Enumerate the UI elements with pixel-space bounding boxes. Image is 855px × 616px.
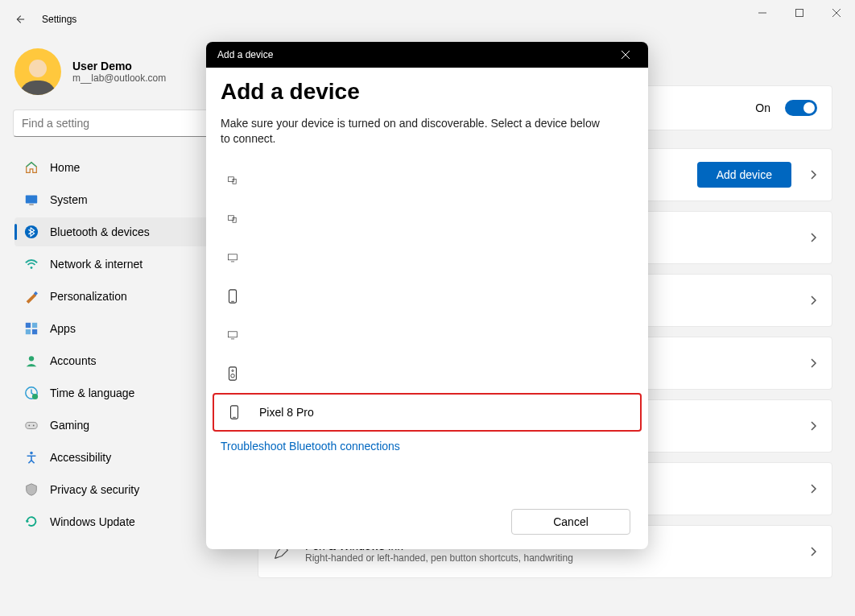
chevron-right-icon xyxy=(809,232,817,243)
sidebar-item-label: Network & internet xyxy=(50,258,142,271)
dialog-subtitle: Make sure your device is turned on and d… xyxy=(221,116,607,147)
sidebar-item-label: Accounts xyxy=(50,354,97,367)
svg-point-19 xyxy=(28,425,30,427)
chevron-right-icon xyxy=(809,546,817,557)
svg-rect-14 xyxy=(32,329,37,334)
apps-icon xyxy=(24,321,39,336)
phone-icon xyxy=(229,405,240,420)
minimize-button[interactable] xyxy=(744,0,781,26)
maximize-button[interactable] xyxy=(781,0,818,26)
chevron-right-icon xyxy=(809,483,817,494)
personalization-icon xyxy=(24,289,39,304)
chevron-right-icon xyxy=(809,295,817,306)
sidebar-item-label: Gaming xyxy=(50,419,89,432)
sidebar-item-label: Apps xyxy=(50,322,76,335)
row-subtitle: Right-handed or left-handed, pen button … xyxy=(305,552,573,564)
device-label: Pixel 8 Pro xyxy=(259,406,314,419)
svg-rect-32 xyxy=(228,332,237,337)
chevron-right-icon xyxy=(809,169,817,180)
devices-icon xyxy=(227,212,238,226)
add-device-dialog: Add a device Add a device Make sure your… xyxy=(206,42,648,549)
device-item-4[interactable] xyxy=(221,316,634,354)
profile-email: m__lab@outlook.com xyxy=(72,72,166,84)
device-item-2[interactable] xyxy=(221,238,634,277)
svg-point-17 xyxy=(32,394,38,399)
privacy-icon xyxy=(24,482,39,497)
svg-point-15 xyxy=(29,356,34,361)
search-box[interactable] xyxy=(13,110,238,137)
sidebar-item-label: Bluetooth & devices xyxy=(50,225,150,238)
chevron-right-icon xyxy=(809,420,817,432)
device-list: Pixel 8 Pro xyxy=(221,161,634,432)
minimize-icon xyxy=(758,9,766,17)
chevron-right-icon xyxy=(809,358,817,369)
avatar xyxy=(14,48,61,95)
sidebar-item-label: Time & language xyxy=(50,387,134,399)
accounts-icon xyxy=(24,353,39,368)
sidebar-item-label: Accessibility xyxy=(50,451,111,464)
svg-rect-6 xyxy=(26,196,37,204)
gaming-icon xyxy=(24,418,39,432)
speaker-icon xyxy=(227,366,238,381)
svg-rect-7 xyxy=(29,204,33,205)
svg-rect-30 xyxy=(229,290,237,303)
svg-point-20 xyxy=(33,425,35,427)
network-icon xyxy=(24,257,39,271)
bluetooth-toggle[interactable] xyxy=(785,100,817,116)
dialog-titlebar: Add a device xyxy=(206,42,648,68)
sidebar-item-label: Windows Update xyxy=(50,515,135,528)
close-button[interactable] xyxy=(818,0,855,26)
accessibility-icon xyxy=(24,450,39,465)
svg-point-36 xyxy=(231,374,235,378)
system-icon xyxy=(24,192,39,207)
maximize-icon xyxy=(795,9,803,17)
sidebar-item-label: Home xyxy=(50,161,80,174)
device-item-5[interactable] xyxy=(221,354,634,393)
titlebar: Settings xyxy=(0,0,855,39)
home-icon xyxy=(24,160,39,175)
svg-rect-1 xyxy=(796,10,803,17)
toggle-label: On xyxy=(755,101,770,114)
svg-point-21 xyxy=(30,452,33,455)
sidebar-item-label: System xyxy=(50,193,88,206)
profile-name: User Demo xyxy=(72,60,166,72)
svg-rect-11 xyxy=(26,323,31,328)
back-button[interactable] xyxy=(6,6,32,32)
svg-rect-28 xyxy=(228,254,237,260)
close-icon xyxy=(621,50,630,60)
device-item-0[interactable] xyxy=(221,161,634,200)
svg-rect-12 xyxy=(32,323,37,328)
svg-point-35 xyxy=(232,370,233,371)
window-controls xyxy=(744,0,855,26)
update-icon xyxy=(24,515,39,529)
bluetooth-icon xyxy=(24,225,39,239)
sidebar-item-label: Privacy & security xyxy=(50,483,139,496)
svg-point-9 xyxy=(31,267,33,269)
arrow-left-icon xyxy=(14,14,25,25)
dialog-heading: Add a device xyxy=(221,79,634,105)
device-item-3[interactable] xyxy=(221,277,634,316)
svg-rect-37 xyxy=(231,406,238,419)
dialog-titlebar-text: Add a device xyxy=(217,49,273,60)
device-item-6[interactable]: Pixel 8 Pro xyxy=(213,393,642,432)
search-input[interactable] xyxy=(22,117,218,130)
svg-rect-13 xyxy=(26,329,31,334)
dialog-close-button[interactable] xyxy=(621,50,640,60)
troubleshoot-link[interactable]: Troubleshoot Bluetooth connections xyxy=(221,440,634,453)
time-icon xyxy=(24,386,39,400)
cancel-button[interactable]: Cancel xyxy=(511,509,630,535)
monitor-icon xyxy=(227,328,238,342)
device-item-1[interactable] xyxy=(221,200,634,238)
sidebar-item-label: Personalization xyxy=(50,290,127,303)
svg-rect-18 xyxy=(26,422,37,428)
window-title: Settings xyxy=(42,14,76,25)
devices-icon xyxy=(227,173,238,188)
add-device-button[interactable]: Add device xyxy=(697,162,791,188)
phone-icon xyxy=(227,289,238,304)
close-icon xyxy=(832,9,841,17)
monitor-icon xyxy=(227,250,238,265)
